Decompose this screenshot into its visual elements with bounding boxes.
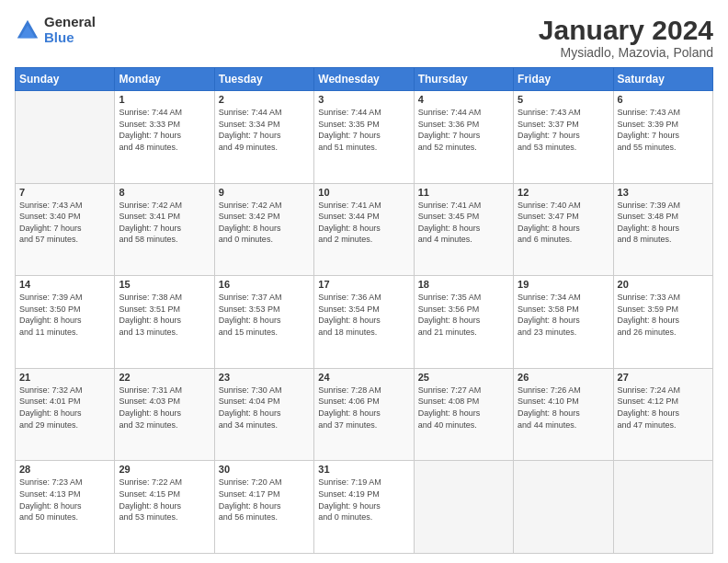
day-cell: 29Sunrise: 7:22 AM Sunset: 4:15 PM Dayli… (115, 461, 214, 554)
day-number: 1 (119, 94, 210, 105)
calendar-subtitle: Mysiadlo, Mazovia, Poland (539, 45, 713, 60)
day-cell: 20Sunrise: 7:33 AM Sunset: 3:59 PM Dayli… (613, 276, 712, 369)
day-number: 10 (318, 187, 409, 198)
day-info: Sunrise: 7:35 AM Sunset: 3:56 PM Dayligh… (418, 292, 509, 338)
day-info: Sunrise: 7:39 AM Sunset: 3:48 PM Dayligh… (618, 200, 709, 246)
day-info: Sunrise: 7:19 AM Sunset: 4:19 PM Dayligh… (318, 477, 409, 523)
day-number: 6 (618, 94, 709, 105)
day-cell: 28Sunrise: 7:23 AM Sunset: 4:13 PM Dayli… (16, 461, 115, 554)
day-number: 27 (618, 372, 709, 383)
day-info: Sunrise: 7:24 AM Sunset: 4:12 PM Dayligh… (618, 385, 709, 431)
day-cell: 4Sunrise: 7:44 AM Sunset: 3:36 PM Daylig… (414, 91, 513, 184)
day-cell: 30Sunrise: 7:20 AM Sunset: 4:17 PM Dayli… (214, 461, 313, 554)
calendar-table: Sunday Monday Tuesday Wednesday Thursday… (15, 67, 713, 554)
header-sunday: Sunday (16, 68, 115, 91)
day-cell: 13Sunrise: 7:39 AM Sunset: 3:48 PM Dayli… (613, 183, 712, 276)
day-cell: 18Sunrise: 7:35 AM Sunset: 3:56 PM Dayli… (414, 276, 513, 369)
day-info: Sunrise: 7:37 AM Sunset: 3:53 PM Dayligh… (219, 292, 310, 338)
day-number: 20 (618, 279, 709, 290)
title-block: January 2024 Mysiadlo, Mazovia, Poland (539, 15, 713, 60)
day-cell: 24Sunrise: 7:28 AM Sunset: 4:06 PM Dayli… (314, 368, 414, 461)
day-info: Sunrise: 7:43 AM Sunset: 3:40 PM Dayligh… (19, 200, 110, 246)
day-number: 25 (418, 372, 509, 383)
weekday-header-row: Sunday Monday Tuesday Wednesday Thursday… (16, 68, 713, 91)
day-cell: 22Sunrise: 7:31 AM Sunset: 4:03 PM Dayli… (115, 368, 214, 461)
day-cell: 16Sunrise: 7:37 AM Sunset: 3:53 PM Dayli… (214, 276, 313, 369)
day-number: 24 (318, 372, 409, 383)
day-cell: 15Sunrise: 7:38 AM Sunset: 3:51 PM Dayli… (115, 276, 214, 369)
day-cell: 3Sunrise: 7:44 AM Sunset: 3:35 PM Daylig… (314, 91, 414, 184)
day-cell (414, 461, 513, 554)
header-friday: Friday (514, 68, 613, 91)
day-cell: 12Sunrise: 7:40 AM Sunset: 3:47 PM Dayli… (514, 183, 613, 276)
calendar-title: January 2024 (539, 15, 713, 45)
day-info: Sunrise: 7:42 AM Sunset: 3:42 PM Dayligh… (219, 200, 310, 246)
logo-general: General (44, 15, 96, 30)
day-number: 8 (119, 187, 210, 198)
day-number: 19 (518, 279, 609, 290)
day-info: Sunrise: 7:36 AM Sunset: 3:54 PM Dayligh… (318, 292, 409, 338)
day-cell: 9Sunrise: 7:42 AM Sunset: 3:42 PM Daylig… (214, 183, 313, 276)
day-number: 11 (418, 187, 509, 198)
day-number: 22 (119, 372, 210, 383)
day-number: 12 (518, 187, 609, 198)
day-number: 7 (19, 187, 110, 198)
day-cell: 17Sunrise: 7:36 AM Sunset: 3:54 PM Dayli… (314, 276, 414, 369)
week-row-0: 1Sunrise: 7:44 AM Sunset: 3:33 PM Daylig… (16, 91, 713, 184)
day-info: Sunrise: 7:42 AM Sunset: 3:41 PM Dayligh… (119, 200, 210, 246)
day-info: Sunrise: 7:22 AM Sunset: 4:15 PM Dayligh… (119, 477, 210, 523)
day-info: Sunrise: 7:43 AM Sunset: 3:39 PM Dayligh… (618, 107, 709, 153)
day-info: Sunrise: 7:43 AM Sunset: 3:37 PM Dayligh… (518, 107, 609, 153)
day-number: 18 (418, 279, 509, 290)
day-info: Sunrise: 7:28 AM Sunset: 4:06 PM Dayligh… (318, 385, 409, 431)
day-info: Sunrise: 7:44 AM Sunset: 3:35 PM Dayligh… (318, 107, 409, 153)
day-cell: 2Sunrise: 7:44 AM Sunset: 3:34 PM Daylig… (214, 91, 313, 184)
day-cell: 27Sunrise: 7:24 AM Sunset: 4:12 PM Dayli… (613, 368, 712, 461)
day-info: Sunrise: 7:33 AM Sunset: 3:59 PM Dayligh… (618, 292, 709, 338)
logo-text: General Blue (44, 15, 96, 45)
day-cell: 8Sunrise: 7:42 AM Sunset: 3:41 PM Daylig… (115, 183, 214, 276)
day-cell: 1Sunrise: 7:44 AM Sunset: 3:33 PM Daylig… (115, 91, 214, 184)
header: General Blue January 2024 Mysiadlo, Mazo… (15, 15, 713, 60)
day-info: Sunrise: 7:26 AM Sunset: 4:10 PM Dayligh… (518, 385, 609, 431)
day-info: Sunrise: 7:38 AM Sunset: 3:51 PM Dayligh… (119, 292, 210, 338)
header-tuesday: Tuesday (214, 68, 313, 91)
day-number: 13 (618, 187, 709, 198)
day-number: 9 (219, 187, 310, 198)
day-number: 29 (119, 464, 210, 475)
day-info: Sunrise: 7:30 AM Sunset: 4:04 PM Dayligh… (219, 385, 310, 431)
day-cell: 23Sunrise: 7:30 AM Sunset: 4:04 PM Dayli… (214, 368, 313, 461)
day-number: 26 (518, 372, 609, 383)
header-saturday: Saturday (613, 68, 712, 91)
header-monday: Monday (115, 68, 214, 91)
day-cell: 10Sunrise: 7:41 AM Sunset: 3:44 PM Dayli… (314, 183, 414, 276)
day-number: 23 (219, 372, 310, 383)
header-thursday: Thursday (414, 68, 513, 91)
day-number: 3 (318, 94, 409, 105)
day-number: 17 (318, 279, 409, 290)
day-cell: 6Sunrise: 7:43 AM Sunset: 3:39 PM Daylig… (613, 91, 712, 184)
header-wednesday: Wednesday (314, 68, 414, 91)
day-info: Sunrise: 7:44 AM Sunset: 3:33 PM Dayligh… (119, 107, 210, 153)
week-row-2: 14Sunrise: 7:39 AM Sunset: 3:50 PM Dayli… (16, 276, 713, 369)
day-number: 30 (219, 464, 310, 475)
day-info: Sunrise: 7:32 AM Sunset: 4:01 PM Dayligh… (19, 385, 110, 431)
logo: General Blue (15, 15, 96, 45)
day-info: Sunrise: 7:39 AM Sunset: 3:50 PM Dayligh… (19, 292, 110, 338)
day-info: Sunrise: 7:34 AM Sunset: 3:58 PM Dayligh… (518, 292, 609, 338)
day-cell: 26Sunrise: 7:26 AM Sunset: 4:10 PM Dayli… (514, 368, 613, 461)
day-cell: 14Sunrise: 7:39 AM Sunset: 3:50 PM Dayli… (16, 276, 115, 369)
day-info: Sunrise: 7:27 AM Sunset: 4:08 PM Dayligh… (418, 385, 509, 431)
day-info: Sunrise: 7:44 AM Sunset: 3:34 PM Dayligh… (219, 107, 310, 153)
day-number: 2 (219, 94, 310, 105)
day-info: Sunrise: 7:20 AM Sunset: 4:17 PM Dayligh… (219, 477, 310, 523)
day-number: 14 (19, 279, 110, 290)
week-row-4: 28Sunrise: 7:23 AM Sunset: 4:13 PM Dayli… (16, 461, 713, 554)
day-info: Sunrise: 7:41 AM Sunset: 3:44 PM Dayligh… (318, 200, 409, 246)
page: General Blue January 2024 Mysiadlo, Mazo… (0, 0, 728, 563)
day-info: Sunrise: 7:41 AM Sunset: 3:45 PM Dayligh… (418, 200, 509, 246)
week-row-3: 21Sunrise: 7:32 AM Sunset: 4:01 PM Dayli… (16, 368, 713, 461)
day-cell (16, 91, 115, 184)
day-cell: 19Sunrise: 7:34 AM Sunset: 3:58 PM Dayli… (514, 276, 613, 369)
day-cell: 25Sunrise: 7:27 AM Sunset: 4:08 PM Dayli… (414, 368, 513, 461)
